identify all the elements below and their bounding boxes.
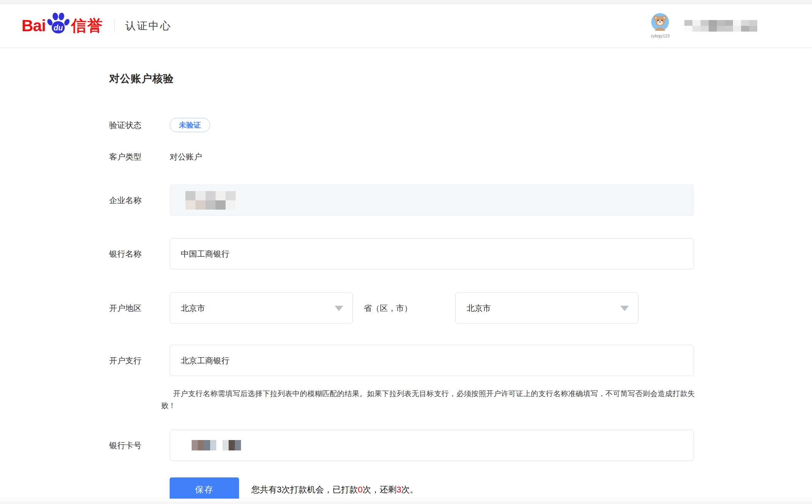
site-section-title: 认证中心 (125, 19, 172, 33)
card-number-redacted (192, 440, 241, 450)
verification-page: 对公账户核验 验证状态 未验证 客户类型 对公账户 企业名称 银行名称 开户地区… (0, 72, 812, 502)
city-select[interactable]: 北京市 (455, 292, 638, 324)
attempts-remaining: 3 (397, 485, 401, 494)
payment-attempts-note: 您共有3次打款机会，已打款0次，还剩3次。 (251, 484, 418, 496)
city-select-value: 北京市 (467, 303, 491, 314)
attempts-suffix: 次。 (401, 485, 418, 494)
region-label: 开户地区 (109, 303, 170, 314)
browser-top-strip (0, 0, 812, 4)
customer-type-row: 客户类型 对公账户 (109, 151, 812, 162)
action-row: 保存 您共有3次打款机会，已打款0次，还剩3次。 (109, 477, 812, 502)
branch-row: 开户支行 (109, 345, 812, 376)
avatar-caption: zybqjy123 (650, 34, 670, 38)
status-badge: 未验证 (170, 118, 210, 132)
attempts-mid2: 次，还剩 (363, 485, 397, 494)
chevron-down-icon (620, 306, 629, 311)
branch-label: 开户支行 (109, 355, 170, 366)
card-number-label: 银行卡号 (109, 440, 170, 451)
attempts-prefix: 您共有 (251, 485, 277, 494)
company-name-label: 企业名称 (109, 195, 170, 206)
customer-type-value: 对公账户 (170, 151, 202, 162)
attempts-used: 0 (358, 485, 362, 494)
page-title: 对公账户核验 (109, 72, 812, 86)
svg-text:du: du (54, 24, 63, 32)
baidu-credit-logo[interactable]: Bai du 信誉 (22, 14, 103, 37)
customer-type-label: 客户类型 (109, 151, 170, 162)
card-number-input[interactable] (170, 430, 694, 461)
chevron-down-icon (335, 306, 343, 311)
attempts-mid1: 次打款机会，已打款 (281, 485, 358, 494)
header: Bai du 信誉 认证中心 (0, 4, 812, 48)
save-button[interactable]: 保存 (170, 477, 239, 502)
logo-text-xinyu: 信誉 (71, 15, 103, 36)
region-row: 开户地区 北京市 省（区，市） 北京市 (109, 292, 812, 324)
company-name-redacted (185, 191, 236, 210)
region-mid-label: 省（区，市） (364, 303, 417, 314)
company-name-row: 企业名称 (109, 185, 812, 216)
bottom-strip (0, 499, 812, 504)
status-label: 验证状态 (109, 120, 170, 131)
avatar-bear-icon (651, 13, 669, 32)
card-number-row: 银行卡号 (109, 430, 812, 461)
header-divider (114, 19, 115, 33)
bank-name-input[interactable] (170, 238, 694, 269)
bank-name-row: 银行名称 (109, 238, 812, 269)
branch-input[interactable] (170, 345, 694, 376)
bank-name-label: 银行名称 (109, 249, 170, 259)
province-select-value: 北京市 (181, 303, 205, 314)
logo-text-bai: Bai (22, 17, 45, 35)
province-select[interactable]: 北京市 (170, 292, 353, 324)
baidu-paw-icon: du (47, 12, 70, 36)
status-row: 验证状态 未验证 (109, 118, 812, 132)
username-redacted (684, 20, 757, 32)
company-name-field (170, 185, 694, 216)
user-avatar[interactable]: zybqjy123 (650, 13, 670, 38)
branch-help-note: 开户支行名称需填写后选择下拉列表中的模糊匹配的结果。如果下拉列表无目标支行，必须… (161, 388, 695, 412)
attempts-total: 3 (277, 485, 281, 494)
